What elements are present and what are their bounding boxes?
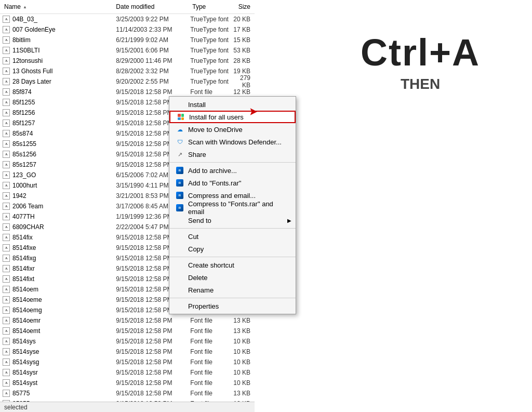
file-icon: A	[2, 129, 10, 138]
file-name-text: 8514sys	[12, 338, 36, 345]
file-name-text: 8514oemr	[12, 317, 41, 324]
file-icon: A	[2, 285, 10, 294]
context-menu-item-copy[interactable]: Copy	[169, 243, 296, 255]
file-name-text: 007 GoldenEye	[12, 26, 56, 33]
file-name-cell: A 85f1257	[0, 119, 112, 127]
file-name-text: 85f1257	[12, 119, 35, 127]
file-size-cell: 13 KB	[229, 327, 255, 335]
file-name-text: 8514fixr	[12, 265, 35, 272]
file-type-cell: TrueType font file	[188, 47, 229, 54]
file-name-cell: A 8514oemr	[0, 316, 112, 325]
file-name-cell: A 85s874	[0, 129, 112, 138]
context-menu-item-onedrive[interactable]: ☁Move to OneDrive	[169, 123, 296, 136]
context-menu: Install Install for all users☁Move to On…	[169, 96, 296, 314]
file-size-cell: 10 KB	[229, 348, 255, 355]
table-row[interactable]: A 8514sys 9/15/2018 12:58 PM Font file 1…	[0, 336, 255, 347]
table-row[interactable]: A 28 Days Later 9/20/2002 2:55 PM TrueTy…	[0, 76, 255, 87]
file-name-text: 4077TH	[12, 213, 35, 220]
table-row[interactable]: A 8514oemr 9/15/2018 12:58 PM Font file …	[0, 315, 255, 326]
file-size-cell: 10 KB	[229, 379, 255, 387]
file-name-cell: A 4077TH	[0, 212, 112, 221]
file-date-cell: 9/15/2018 12:58 PM	[112, 338, 188, 345]
file-icon: A	[2, 36, 10, 44]
file-icon: A	[2, 67, 10, 75]
table-row[interactable]: A 8514syse 9/15/2018 12:58 PM Font file …	[0, 347, 255, 357]
column-header-size[interactable]: Size	[229, 2, 255, 11]
context-menu-item-compress_rar_email[interactable]: RCompress to "Fonts.rar" and email	[169, 202, 296, 214]
context-menu-item-properties[interactable]: Properties	[169, 300, 296, 312]
rar-icon: R	[175, 166, 185, 175]
table-row[interactable]: A 8514sysg 9/15/2018 12:58 PM Font file …	[0, 357, 255, 367]
file-type-cell: Font file	[188, 88, 229, 96]
context-menu-item-label: Add to "Fonts.rar"	[188, 179, 241, 187]
file-size-cell: 17 KB	[229, 26, 255, 33]
column-header-type[interactable]: Type	[188, 2, 229, 11]
table-row[interactable]: A 85f874 9/15/2018 12:58 PM Font file 12…	[0, 87, 255, 97]
file-icon: A	[2, 296, 10, 304]
file-icon: A	[2, 223, 10, 231]
file-date-cell: 6/21/1999 9:02 AM	[112, 36, 188, 44]
file-name-cell: A 85s1256	[0, 150, 112, 158]
file-icon: A	[2, 389, 10, 397]
table-row[interactable]: A 85775 9/15/2018 12:58 PM Font file 13 …	[0, 388, 255, 398]
table-row[interactable]: A 8514oemt 9/15/2018 12:58 PM Font file …	[0, 326, 255, 336]
context-menu-item-rename[interactable]: Rename	[169, 284, 296, 296]
file-name-cell: A 8514syst	[0, 379, 112, 387]
context-menu-item-install_all[interactable]: Install for all users	[169, 111, 296, 123]
file-list-header: Name ▲ Date modified Type Size	[0, 0, 255, 14]
file-size-cell: 20 KB	[229, 16, 255, 23]
context-menu-item-label: Install for all users	[189, 113, 244, 121]
ctrl-a-text: Ctrl+A	[361, 31, 480, 74]
then-text: THEN	[401, 76, 440, 92]
file-date-cell: 9/15/2001 6:06 PM	[112, 47, 188, 54]
context-menu-item-add_archive[interactable]: RAdd to archive...	[169, 164, 296, 177]
context-menu-item-install[interactable]: Install	[169, 98, 296, 111]
file-name-cell: A 8514fixr	[0, 264, 112, 273]
file-name-text: 28 Days Later	[12, 78, 51, 85]
file-size-cell: 53 KB	[229, 47, 255, 54]
file-date-cell: 3/25/2003 9:22 PM	[112, 16, 188, 23]
col-name-label: Name	[4, 3, 21, 10]
context-menu-item-cut[interactable]: Cut	[169, 230, 296, 243]
context-menu-item-add_fonts_rar[interactable]: RAdd to "Fonts.rar"	[169, 177, 296, 189]
file-type-cell: Font file	[188, 379, 229, 387]
file-date-cell: 8/29/2000 11:46 PM	[112, 57, 188, 64]
file-type-cell: Font file	[188, 338, 229, 345]
context-menu-item-label: Copy	[188, 245, 204, 253]
file-date-cell: 9/15/2018 12:58 PM	[112, 390, 188, 397]
file-name-text: 11S0BLTI	[12, 47, 39, 54]
file-name-text: 1000hurt	[12, 182, 37, 189]
file-name-cell: A 12tonsushi	[0, 57, 112, 65]
file-name-cell: A 28 Days Later	[0, 77, 112, 86]
table-row[interactable]: A 11S0BLTI 9/15/2001 6:06 PM TrueType fo…	[0, 45, 255, 56]
context-menu-item-send_to[interactable]: Send to▶	[169, 214, 296, 227]
context-menu-item-delete[interactable]: Delete	[169, 271, 296, 284]
table-row[interactable]: A 13 Ghosts Full 8/28/2002 3:32 PM TrueT…	[0, 66, 255, 76]
column-header-date[interactable]: Date modified	[112, 2, 188, 11]
context-menu-separator	[169, 298, 296, 298]
table-row[interactable]: A 8514sysr 9/15/2018 12:58 PM Font file …	[0, 367, 255, 378]
file-size-cell: 10 KB	[229, 358, 255, 366]
file-icon: A	[2, 275, 10, 283]
table-row[interactable]: A 007 GoldenEye 11/14/2003 2:33 PM TrueT…	[0, 24, 255, 35]
file-name-text: 8514oemg	[12, 307, 42, 314]
rar-icon: R	[175, 191, 185, 200]
file-icon: A	[2, 171, 10, 179]
file-type-cell: TrueType font file	[188, 68, 229, 75]
table-row[interactable]: A 8514syst 9/15/2018 12:58 PM Font file …	[0, 378, 255, 388]
table-row[interactable]: A 04B_03_ 3/25/2003 9:22 PM TrueType fon…	[0, 14, 255, 24]
file-size-cell: 12 KB	[229, 88, 255, 96]
file-name-cell: A 1000hurt	[0, 181, 112, 190]
context-menu-item-create_shortcut[interactable]: Create shortcut	[169, 259, 296, 271]
file-name-text: 85f874	[12, 88, 32, 96]
context-menu-item-share[interactable]: ↗Share	[169, 148, 296, 161]
file-name-text: 85s1257	[12, 161, 36, 168]
context-menu-item-label: Install	[188, 101, 206, 109]
context-menu-item-defender[interactable]: 🛡Scan with Windows Defender...	[169, 136, 296, 148]
file-date-cell: 9/15/2018 12:58 PM	[112, 348, 188, 355]
table-row[interactable]: A 8bitlim 6/21/1999 9:02 AM TrueType fon…	[0, 35, 255, 45]
defender-icon: 🛡	[175, 138, 185, 146]
file-name-cell: A 8514sysg	[0, 358, 112, 366]
table-row[interactable]: A 12tonsushi 8/29/2000 11:46 PM TrueType…	[0, 56, 255, 66]
column-header-name[interactable]: Name ▲	[0, 2, 112, 11]
